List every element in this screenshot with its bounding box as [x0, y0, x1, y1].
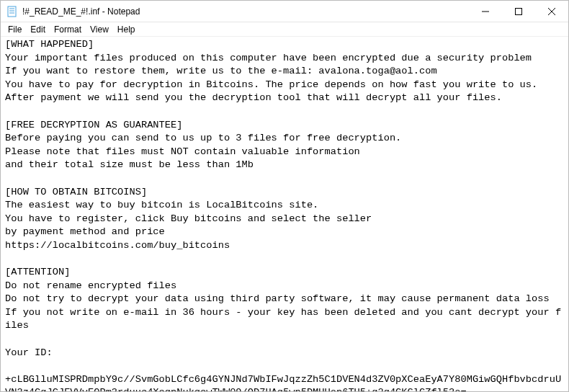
maximize-button[interactable] — [502, 1, 535, 22]
menu-help[interactable]: Help — [113, 24, 140, 35]
window-title: !#_READ_ME_#!.inf - Notepad — [22, 6, 469, 17]
svg-rect-5 — [516, 9, 522, 15]
svg-rect-0 — [8, 6, 16, 17]
notepad-window: !#_READ_ME_#!.inf - Notepad File Edit Fo… — [0, 0, 569, 392]
menu-edit[interactable]: Edit — [26, 24, 50, 35]
menubar: File Edit Format View Help — [1, 22, 568, 37]
close-button[interactable] — [535, 1, 568, 22]
titlebar: !#_READ_ME_#!.inf - Notepad — [1, 1, 568, 22]
menu-view[interactable]: View — [86, 24, 113, 35]
window-controls — [469, 1, 568, 22]
menu-file[interactable]: File — [4, 24, 26, 35]
menu-format[interactable]: Format — [50, 24, 86, 35]
notepad-icon — [6, 6, 18, 17]
text-area[interactable]: [WHAT HAPPENED] Your important files pro… — [1, 37, 568, 391]
minimize-button[interactable] — [469, 1, 502, 22]
